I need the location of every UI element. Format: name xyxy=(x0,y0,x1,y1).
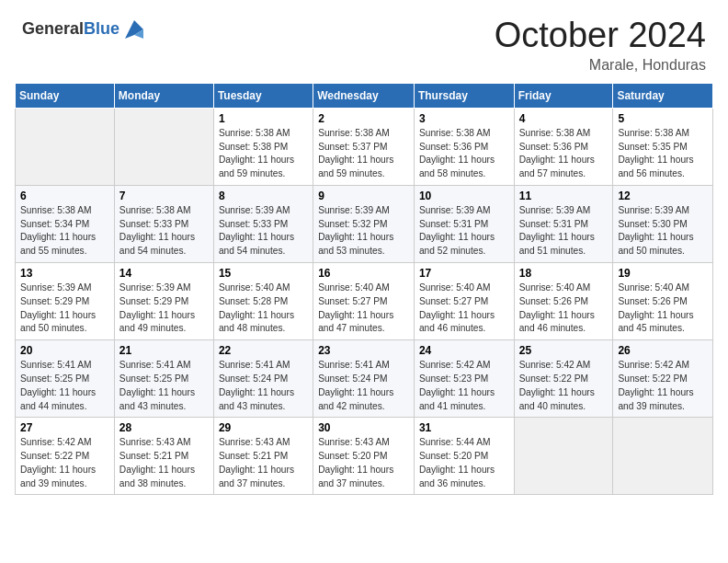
calendar-cell: 16Sunrise: 5:40 AM Sunset: 5:27 PM Dayli… xyxy=(313,263,415,340)
day-info: Sunrise: 5:40 AM Sunset: 5:27 PM Dayligh… xyxy=(419,282,509,336)
day-number: 4 xyxy=(519,112,609,125)
day-info: Sunrise: 5:38 AM Sunset: 5:36 PM Dayligh… xyxy=(419,127,509,181)
calendar-cell: 18Sunrise: 5:40 AM Sunset: 5:26 PM Dayli… xyxy=(514,263,613,340)
logo-icon xyxy=(121,17,147,42)
calendar-header-sunday: Sunday xyxy=(16,83,115,108)
calendar-week-1: 1Sunrise: 5:38 AM Sunset: 5:38 PM Daylig… xyxy=(16,108,713,185)
day-number: 2 xyxy=(318,112,409,125)
calendar-cell: 25Sunrise: 5:42 AM Sunset: 5:22 PM Dayli… xyxy=(514,340,613,418)
day-number: 25 xyxy=(519,344,609,357)
calendar-header-monday: Monday xyxy=(114,83,213,108)
calendar-week-5: 27Sunrise: 5:42 AM Sunset: 5:22 PM Dayli… xyxy=(16,418,713,495)
calendar-cell: 1Sunrise: 5:38 AM Sunset: 5:38 PM Daylig… xyxy=(213,108,313,185)
day-info: Sunrise: 5:41 AM Sunset: 5:25 PM Dayligh… xyxy=(119,359,209,413)
calendar-cell: 10Sunrise: 5:39 AM Sunset: 5:31 PM Dayli… xyxy=(414,185,514,262)
calendar-cell: 29Sunrise: 5:43 AM Sunset: 5:21 PM Dayli… xyxy=(213,418,313,495)
calendar-cell: 24Sunrise: 5:42 AM Sunset: 5:23 PM Dayli… xyxy=(414,340,514,418)
day-number: 6 xyxy=(20,190,109,202)
day-info: Sunrise: 5:38 AM Sunset: 5:36 PM Dayligh… xyxy=(519,127,609,181)
day-info: Sunrise: 5:41 AM Sunset: 5:24 PM Dayligh… xyxy=(219,359,308,413)
day-number: 30 xyxy=(318,421,409,434)
day-info: Sunrise: 5:40 AM Sunset: 5:26 PM Dayligh… xyxy=(618,282,708,336)
day-number: 7 xyxy=(119,190,209,202)
calendar-cell: 31Sunrise: 5:44 AM Sunset: 5:20 PM Dayli… xyxy=(414,418,514,495)
calendar-week-4: 20Sunrise: 5:41 AM Sunset: 5:25 PM Dayli… xyxy=(16,340,713,418)
calendar-cell: 14Sunrise: 5:39 AM Sunset: 5:29 PM Dayli… xyxy=(114,263,213,340)
day-number: 21 xyxy=(119,344,209,357)
calendar-cell: 27Sunrise: 5:42 AM Sunset: 5:22 PM Dayli… xyxy=(16,418,115,495)
day-number: 16 xyxy=(318,267,409,280)
day-number: 20 xyxy=(20,344,109,357)
logo: GeneralBlue xyxy=(22,17,147,42)
day-info: Sunrise: 5:42 AM Sunset: 5:22 PM Dayligh… xyxy=(519,359,609,413)
day-number: 9 xyxy=(318,190,409,202)
day-info: Sunrise: 5:42 AM Sunset: 5:23 PM Dayligh… xyxy=(419,359,509,413)
calendar-cell: 30Sunrise: 5:43 AM Sunset: 5:20 PM Dayli… xyxy=(313,418,415,495)
day-number: 12 xyxy=(618,190,708,202)
calendar-cell: 20Sunrise: 5:41 AM Sunset: 5:25 PM Dayli… xyxy=(16,340,115,418)
location-title: Marale, Honduras xyxy=(495,57,706,74)
calendar-cell: 2Sunrise: 5:38 AM Sunset: 5:37 PM Daylig… xyxy=(313,108,415,185)
calendar-cell: 21Sunrise: 5:41 AM Sunset: 5:25 PM Dayli… xyxy=(114,340,213,418)
calendar-cell: 26Sunrise: 5:42 AM Sunset: 5:22 PM Dayli… xyxy=(613,340,713,418)
day-info: Sunrise: 5:39 AM Sunset: 5:32 PM Dayligh… xyxy=(318,204,409,259)
day-number: 1 xyxy=(219,112,308,125)
calendar-cell: 22Sunrise: 5:41 AM Sunset: 5:24 PM Dayli… xyxy=(213,340,313,418)
calendar-header-friday: Friday xyxy=(514,83,613,108)
calendar-cell: 13Sunrise: 5:39 AM Sunset: 5:29 PM Dayli… xyxy=(16,263,115,340)
day-info: Sunrise: 5:39 AM Sunset: 5:33 PM Dayligh… xyxy=(219,204,308,259)
day-number: 22 xyxy=(219,344,308,357)
calendar-header-wednesday: Wednesday xyxy=(313,83,415,108)
day-number: 13 xyxy=(20,267,109,280)
day-info: Sunrise: 5:38 AM Sunset: 5:35 PM Dayligh… xyxy=(618,127,708,181)
calendar-cell: 17Sunrise: 5:40 AM Sunset: 5:27 PM Dayli… xyxy=(414,263,514,340)
day-number: 3 xyxy=(419,112,509,125)
calendar-cell: 19Sunrise: 5:40 AM Sunset: 5:26 PM Dayli… xyxy=(613,263,713,340)
day-info: Sunrise: 5:39 AM Sunset: 5:29 PM Dayligh… xyxy=(20,282,109,336)
day-number: 24 xyxy=(419,344,509,357)
day-number: 19 xyxy=(618,267,708,280)
day-info: Sunrise: 5:41 AM Sunset: 5:24 PM Dayligh… xyxy=(318,359,409,413)
day-number: 8 xyxy=(219,190,308,202)
day-number: 17 xyxy=(419,267,509,280)
day-info: Sunrise: 5:39 AM Sunset: 5:31 PM Dayligh… xyxy=(519,204,609,259)
day-info: Sunrise: 5:42 AM Sunset: 5:22 PM Dayligh… xyxy=(20,436,109,490)
calendar-cell: 3Sunrise: 5:38 AM Sunset: 5:36 PM Daylig… xyxy=(414,108,514,185)
day-info: Sunrise: 5:38 AM Sunset: 5:33 PM Dayligh… xyxy=(119,204,209,259)
calendar-week-2: 6Sunrise: 5:38 AM Sunset: 5:34 PM Daylig… xyxy=(16,185,713,262)
day-info: Sunrise: 5:39 AM Sunset: 5:31 PM Dayligh… xyxy=(419,204,509,259)
day-number: 18 xyxy=(519,267,609,280)
day-number: 11 xyxy=(519,190,609,202)
day-info: Sunrise: 5:43 AM Sunset: 5:21 PM Dayligh… xyxy=(219,436,308,490)
month-title: October 2024 xyxy=(495,17,706,55)
calendar-cell: 9Sunrise: 5:39 AM Sunset: 5:32 PM Daylig… xyxy=(313,185,415,262)
calendar-cell: 23Sunrise: 5:41 AM Sunset: 5:24 PM Dayli… xyxy=(313,340,415,418)
day-number: 23 xyxy=(318,344,409,357)
calendar-cell: 28Sunrise: 5:43 AM Sunset: 5:21 PM Dayli… xyxy=(114,418,213,495)
day-info: Sunrise: 5:40 AM Sunset: 5:27 PM Dayligh… xyxy=(318,282,409,336)
day-info: Sunrise: 5:44 AM Sunset: 5:20 PM Dayligh… xyxy=(419,436,509,490)
calendar-cell: 6Sunrise: 5:38 AM Sunset: 5:34 PM Daylig… xyxy=(16,185,115,262)
day-info: Sunrise: 5:39 AM Sunset: 5:29 PM Dayligh… xyxy=(119,282,209,336)
day-number: 15 xyxy=(219,267,308,280)
day-info: Sunrise: 5:38 AM Sunset: 5:38 PM Dayligh… xyxy=(219,127,308,181)
day-number: 27 xyxy=(20,421,109,434)
page: GeneralBlue October 2024 Marale, Hondura… xyxy=(0,0,728,563)
day-number: 31 xyxy=(419,421,509,434)
calendar-cell xyxy=(613,418,713,495)
calendar-cell xyxy=(514,418,613,495)
calendar-cell xyxy=(16,108,115,185)
day-info: Sunrise: 5:43 AM Sunset: 5:20 PM Dayligh… xyxy=(318,436,409,490)
calendar-header-tuesday: Tuesday xyxy=(213,83,313,108)
calendar-header-saturday: Saturday xyxy=(613,83,713,108)
day-number: 5 xyxy=(618,112,708,125)
day-info: Sunrise: 5:40 AM Sunset: 5:26 PM Dayligh… xyxy=(519,282,609,336)
day-number: 28 xyxy=(119,421,209,434)
day-info: Sunrise: 5:40 AM Sunset: 5:28 PM Dayligh… xyxy=(219,282,308,336)
day-info: Sunrise: 5:43 AM Sunset: 5:21 PM Dayligh… xyxy=(119,436,209,490)
day-info: Sunrise: 5:38 AM Sunset: 5:37 PM Dayligh… xyxy=(318,127,409,181)
logo-blue-text: Blue xyxy=(84,19,119,38)
day-number: 29 xyxy=(219,421,308,434)
calendar-cell: 11Sunrise: 5:39 AM Sunset: 5:31 PM Dayli… xyxy=(514,185,613,262)
logo-general-text: General xyxy=(22,19,84,38)
